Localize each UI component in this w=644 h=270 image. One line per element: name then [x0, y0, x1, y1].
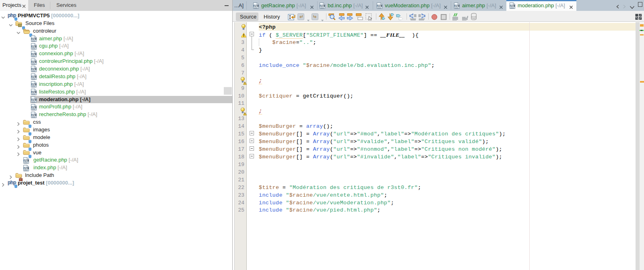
svg-text:php: php	[32, 91, 35, 93]
svg-text:php: php	[32, 45, 35, 48]
svg-text:php: php	[32, 98, 35, 101]
svg-text:php: php	[32, 68, 35, 70]
svg-text:php: php	[455, 4, 458, 7]
svg-text:php: php	[32, 75, 35, 78]
svg-text:php: php	[378, 4, 381, 7]
svg-text:php: php	[254, 4, 258, 7]
svg-text:php: php	[24, 159, 28, 162]
svg-text:php: php	[32, 106, 35, 108]
svg-text:php: php	[320, 4, 324, 7]
svg-text:php: php	[24, 167, 28, 169]
svg-text:php: php	[32, 37, 35, 40]
svg-text:php: php	[32, 83, 35, 85]
svg-text:php: php	[32, 114, 35, 116]
svg-text:php: php	[510, 4, 514, 7]
svg-text:php: php	[32, 60, 35, 63]
svg-text:php: php	[32, 53, 35, 55]
